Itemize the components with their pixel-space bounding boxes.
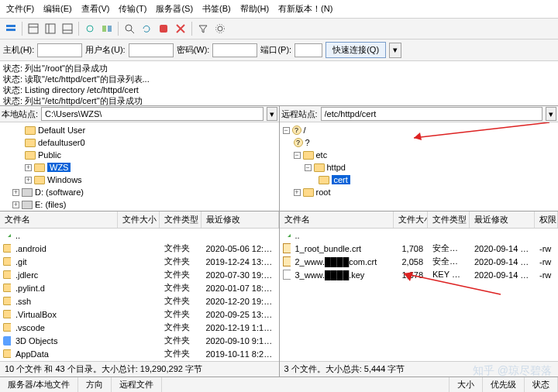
expand-icon[interactable]: −: [305, 164, 312, 171]
filter-icon[interactable]: [195, 21, 211, 36]
folder-icon: [3, 349, 11, 358]
menu-view[interactable]: 查看(V): [78, 2, 113, 16]
list-item[interactable]: 3D Objects 文件夹 2020-09-10 9:10...: [0, 334, 279, 347]
list-item[interactable]: ..: [0, 229, 279, 242]
remote-tree[interactable]: −?/ ?? −etc −httpd cert +root: [280, 122, 559, 211]
tree-item[interactable]: Public: [38, 150, 61, 160]
expand-icon[interactable]: +: [12, 189, 19, 196]
svg-rect-6: [63, 24, 72, 33]
folder-icon: [34, 163, 45, 172]
local-pane: 本地站点: ▾ Default Userdefaultuser0Public+W…: [0, 106, 280, 377]
toggle-queue-icon[interactable]: [60, 21, 75, 36]
local-file-list[interactable]: .. .android 文件夹 2020-05-06 12:5... .git …: [0, 229, 279, 361]
tree-item[interactable]: root: [316, 187, 331, 197]
folder-icon: [25, 126, 36, 135]
list-item[interactable]: ..: [280, 229, 559, 242]
log-line: 状态: Listing directory /etc/httpd/cert: [3, 84, 555, 95]
sync-icon[interactable]: [82, 21, 98, 36]
remote-path-dropdown-icon[interactable]: ▾: [546, 107, 556, 121]
list-item[interactable]: .vscode 文件夹 2020-12-19 1:10...: [0, 321, 279, 334]
list-item[interactable]: 3_www.████.key 1,678 KEY 文件 2020-09-14 1…: [280, 268, 559, 281]
user-input[interactable]: [129, 43, 174, 57]
folder-icon: [319, 176, 329, 184]
footer-col[interactable]: 远程文件: [112, 377, 162, 392]
tree-item[interactable]: /: [304, 126, 306, 135]
col-name[interactable]: 文件名: [0, 211, 118, 228]
menu-bookmarks[interactable]: 书签(B): [199, 2, 234, 16]
list-item[interactable]: .ssh 文件夹 2020-12-20 19:5...: [0, 294, 279, 308]
stop-icon[interactable]: [156, 21, 171, 36]
footer-col[interactable]: 服务器/本地文件: [0, 377, 78, 392]
local-tree[interactable]: Default Userdefaultuser0Public+WZS+Windo…: [0, 122, 279, 211]
list-item[interactable]: .pylint.d 文件夹 2020-01-07 18:5...: [0, 281, 279, 294]
expand-icon[interactable]: +: [25, 164, 32, 171]
expand-icon[interactable]: +: [12, 201, 19, 208]
footer-col[interactable]: 状态: [525, 377, 558, 392]
tree-item[interactable]: WZS: [47, 163, 71, 172]
list-item[interactable]: .android 文件夹 2020-05-06 12:5...: [0, 242, 279, 255]
col-date[interactable]: 最近修改: [470, 211, 535, 228]
drive-icon: [22, 188, 33, 197]
toggle-log-icon[interactable]: [26, 21, 41, 36]
host-input[interactable]: [37, 43, 82, 57]
menu-server[interactable]: 服务器(S): [153, 2, 196, 16]
folder-icon: [303, 151, 314, 160]
toolbar: [0, 19, 558, 40]
expand-icon[interactable]: −: [283, 127, 290, 134]
compare-icon[interactable]: [99, 21, 115, 36]
menu-help[interactable]: 帮助(H): [237, 2, 272, 16]
message-log[interactable]: 状态: 列出"/root"的目录成功 状态: 读取"/etc/httpd/cer…: [0, 61, 558, 106]
col-name[interactable]: 文件名: [280, 211, 394, 228]
col-type[interactable]: 文件类型: [160, 211, 202, 228]
expand-icon[interactable]: +: [25, 177, 32, 184]
tree-item[interactable]: D: (software): [35, 187, 84, 197]
list-item[interactable]: 2_www.████com.crt 2,058 安全证书 2020-09-14 …: [280, 255, 559, 268]
remote-file-list[interactable]: .. 1_root_bundle.crt 1,708 安全证书 2020-09-…: [280, 229, 559, 361]
list-item[interactable]: .git 文件夹 2019-12-24 13:4...: [0, 255, 279, 268]
disconnect-icon[interactable]: [173, 21, 188, 36]
tree-item[interactable]: httpd: [327, 163, 346, 172]
menu-transfer[interactable]: 传输(T): [115, 2, 150, 16]
col-type[interactable]: 文件类型: [428, 211, 470, 228]
quickconnect-button[interactable]: 快速连接(Q): [326, 42, 386, 58]
col-date[interactable]: 最近修改: [202, 211, 279, 228]
list-item[interactable]: AppData 文件夹 2019-10-11 8:23...: [0, 347, 279, 360]
tree-item[interactable]: defaultuser0: [38, 138, 85, 147]
find-icon[interactable]: [122, 21, 137, 36]
tree-item[interactable]: Windows: [47, 175, 82, 184]
tree-item[interactable]: E: (files): [35, 200, 66, 209]
list-item[interactable]: 1_root_bundle.crt 1,708 安全证书 2020-09-14 …: [280, 242, 559, 255]
folder-icon: [3, 257, 11, 266]
menu-newversion[interactable]: 有新版本！(N): [275, 2, 336, 16]
col-size[interactable]: 文件大小: [394, 211, 428, 228]
list-item[interactable]: .jdlerc 文件夹 2020-07-30 19:2...: [0, 268, 279, 281]
expand-icon[interactable]: +: [294, 189, 301, 196]
file-icon: [283, 270, 291, 280]
menu-file[interactable]: 文件(F): [3, 2, 37, 16]
tree-item[interactable]: Default User: [38, 126, 85, 135]
refresh-icon[interactable]: [139, 21, 154, 36]
quickconnect-dropdown-icon[interactable]: ▾: [389, 43, 401, 58]
list-item[interactable]: .VirtualBox 文件夹 2020-09-25 13:0...: [0, 308, 279, 321]
expand-icon[interactable]: −: [294, 152, 301, 159]
panes-container: 本地站点: ▾ Default Userdefaultuser0Public+W…: [0, 106, 558, 377]
footer-col[interactable]: 方向: [78, 377, 112, 392]
settings-icon[interactable]: [212, 21, 228, 36]
port-input[interactable]: [294, 43, 322, 57]
col-perm[interactable]: 权限: [535, 211, 558, 228]
pass-input[interactable]: [212, 43, 257, 57]
local-path-input[interactable]: [41, 107, 263, 121]
tree-item[interactable]: etc: [316, 150, 328, 160]
col-size[interactable]: 文件大小: [118, 211, 160, 228]
footer-col[interactable]: 大小: [450, 377, 483, 392]
local-path-dropdown-icon[interactable]: ▾: [267, 107, 277, 121]
tree-item[interactable]: ?: [305, 138, 310, 147]
remote-path-input[interactable]: [321, 107, 542, 121]
menu-edit[interactable]: 编辑(E): [40, 2, 75, 16]
folder-icon: [3, 270, 11, 279]
footer-col[interactable]: 优先级: [483, 377, 525, 392]
tree-item-selected[interactable]: cert: [332, 175, 350, 184]
log-line: 状态: 读取"/etc/httpd/cert"的目录列表...: [3, 74, 555, 84]
toggle-tree-icon[interactable]: [43, 21, 58, 36]
sitemanager-icon[interactable]: [3, 21, 19, 36]
